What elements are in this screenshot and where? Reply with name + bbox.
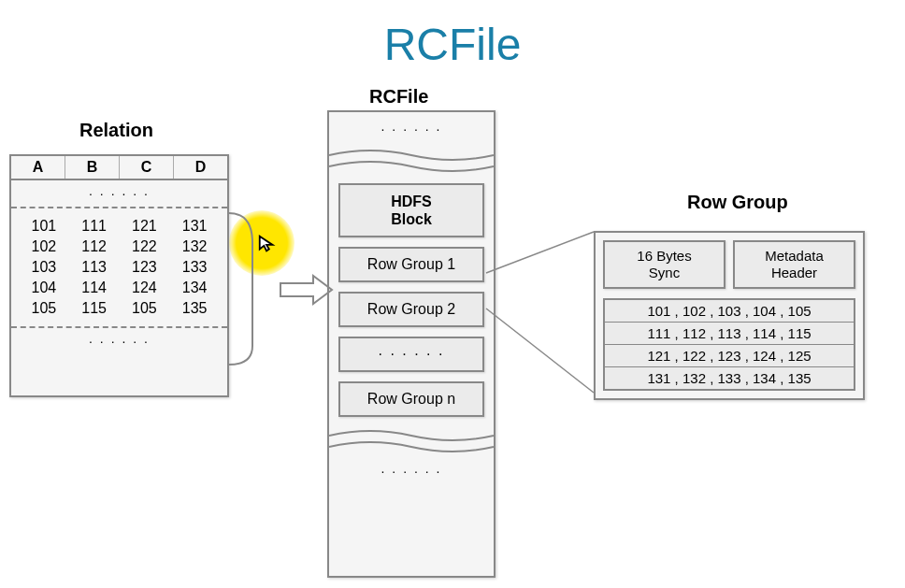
rowgroup-data-row: 121 , 122 , 123 , 124 , 125 <box>605 345 854 367</box>
wave-divider-top <box>329 146 494 174</box>
relation-header-cell: A <box>11 156 65 179</box>
row-group-1: Row Group 1 <box>338 247 484 282</box>
relation-box: A B C D · · · · · · 101 111 121 131 102 … <box>9 154 229 397</box>
hdfs-block-label: HDFS Block <box>338 183 484 237</box>
table-row: 101 111 121 131 <box>19 216 220 237</box>
table-row: 102 112 122 132 <box>19 237 220 257</box>
relation-header-row: A B C D <box>11 156 227 180</box>
rcfile-box: · · · · · · HDFS Block Row Group 1 Row G… <box>327 110 496 578</box>
row-group-dots: · · · · · · <box>338 337 484 372</box>
relation-data: 101 111 121 131 102 112 122 132 103 113 … <box>11 208 227 326</box>
relation-header-cell: B <box>65 156 120 179</box>
relation-header-cell: C <box>120 156 174 179</box>
rowgroup-data-table: 101 , 102 , 103 , 104 , 105 111 , 112 , … <box>603 298 855 391</box>
table-row: 104 114 124 134 <box>19 278 220 298</box>
rcfile-content: HDFS Block Row Group 1 Row Group 2 · · ·… <box>329 174 494 426</box>
metadata-cell: Metadata Header <box>733 240 855 289</box>
rowgroup-label: Row Group <box>687 192 788 213</box>
page-title: RCFile <box>384 19 522 70</box>
rcfile-dots-bottom: · · · · · · <box>329 454 494 488</box>
cursor-icon <box>257 234 278 260</box>
rowgroup-data-row: 111 , 112 , 113 , 114 , 115 <box>605 323 854 345</box>
relation-header-cell: D <box>174 156 227 179</box>
row-group-n: Row Group n <box>338 381 484 417</box>
relation-dots-top: · · · · · · <box>11 180 227 207</box>
rowgroup-box: 16 Bytes Sync Metadata Header 101 , 102 … <box>594 231 865 400</box>
rowgroup-data-row: 101 , 102 , 103 , 104 , 105 <box>605 300 854 323</box>
rcfile-dots-top: · · · · · · <box>329 112 494 146</box>
row-group-2: Row Group 2 <box>338 292 484 327</box>
relation-label: Relation <box>79 120 153 141</box>
rcfile-label: RCFile <box>369 86 428 108</box>
table-row: 105 115 105 135 <box>19 298 220 319</box>
table-row: 103 113 123 133 <box>19 257 220 278</box>
wave-divider-bottom <box>329 426 494 454</box>
sync-cell: 16 Bytes Sync <box>603 240 725 289</box>
svg-line-0 <box>486 232 594 273</box>
rowgroup-data-row: 131 , 132 , 133 , 134 , 135 <box>605 367 854 389</box>
svg-line-1 <box>486 308 594 393</box>
relation-dots-bottom: · · · · · · <box>11 328 227 354</box>
